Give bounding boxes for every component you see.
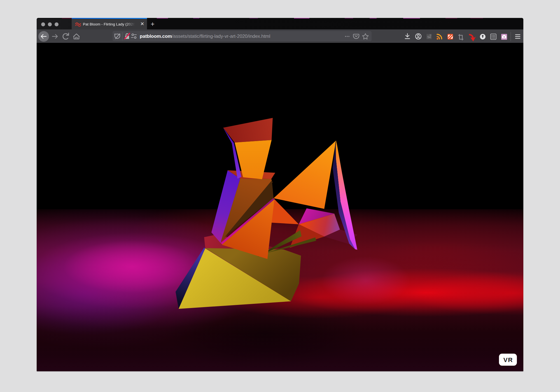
svg-text:Se: Se bbox=[427, 35, 431, 39]
svg-text:VR: VR bbox=[503, 356, 513, 363]
